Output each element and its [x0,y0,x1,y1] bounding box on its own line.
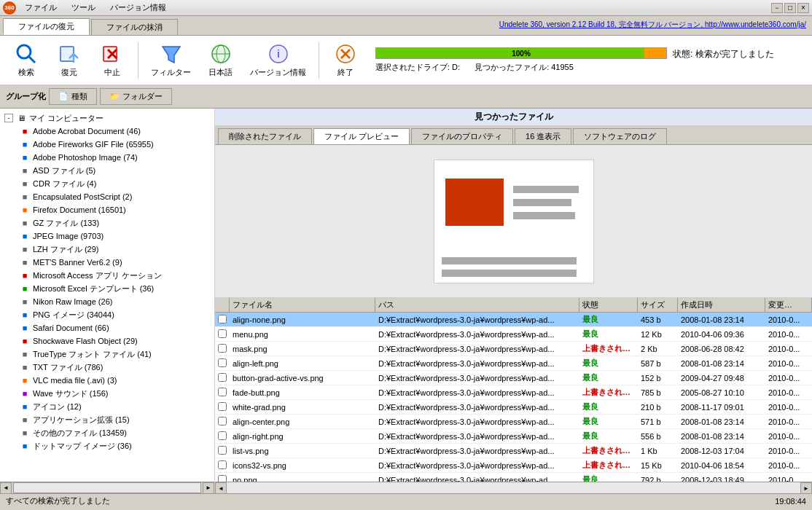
table-row[interactable]: align-center.png D:¥Extract¥wordpress-3.… [215,415,812,429]
list-item[interactable]: ■ Wave サウンド (156) [17,387,211,400]
list-item[interactable]: ■ Adobe Acrobat Document (46) [17,125,211,138]
table-row[interactable]: align-right.png D:¥Extract¥wordpress-3.0… [215,429,812,444]
menu-file[interactable]: ファイル [17,1,64,15]
group-type-button[interactable]: 📄 種類 [49,88,97,105]
version-button[interactable]: i バージョン情報 [243,39,313,82]
row-check[interactable] [215,459,230,472]
file-list-body[interactable]: align-none.png D:¥Extract¥wordpress-3.0-… [215,313,812,482]
minimize-button[interactable]: － [771,3,783,13]
tab-hex-view[interactable]: 16 進表示 [515,128,571,144]
exit-button[interactable]: 終了 [325,39,365,82]
list-item[interactable]: ■ Firefox Document (16501) [17,203,211,216]
col-header-size[interactable]: サイズ [638,298,678,312]
list-item[interactable]: ■ Microsoft Access アプリ ケーション [17,269,211,282]
stop-button[interactable]: 中止 [92,39,132,82]
list-item[interactable]: ■ その他のファイル (13459) [17,426,211,439]
left-panel-hscroll[interactable]: ◄ ► [0,482,214,493]
tree-root[interactable]: - 🖥 マイ コンピューター [3,111,211,125]
left-panel: - 🖥 マイ コンピューター ■ Adobe Acrobat Document … [0,109,215,493]
row-status: 最良 [579,415,638,428]
list-item[interactable]: ■ Safari Document (66) [17,321,211,334]
list-item[interactable]: ■ PNG イメージ (34044) [17,308,211,321]
row-check[interactable] [215,342,230,356]
row-modified: 2010-0... [765,358,812,369]
col-header-path[interactable]: パス [375,298,579,312]
menu-tools[interactable]: ツール [64,1,103,15]
list-item[interactable]: ■ ドットマップ イメージ (36) [17,439,211,452]
filter-button[interactable]: フィルター [144,39,198,82]
row-check[interactable] [215,372,230,385]
language-button[interactable]: 日本語 [200,39,241,82]
table-row[interactable]: fade-butt.png D:¥Extract¥wordpress-3.0-j… [215,385,812,400]
file-hscroll-left[interactable]: ◄ [215,482,227,493]
col-header-status[interactable]: 状態 [579,298,638,312]
list-item[interactable]: ■ アイコン (12) [17,400,211,413]
hscroll-right-arrow[interactable]: ► [203,482,214,494]
tab-software-log[interactable]: ソフトウェアのログ [573,128,667,144]
hscroll-track[interactable] [13,482,201,493]
row-check[interactable] [215,313,230,326]
table-row[interactable]: white-grad.png D:¥Extract¥wordpress-3.0-… [215,400,812,415]
table-row[interactable]: align-left.png D:¥Extract¥wordpress-3.0-… [215,356,812,371]
list-item[interactable]: ■ CDR ファイル (4) [17,177,211,190]
row-check[interactable] [215,386,230,399]
row-filename: white-grad.png [230,401,375,413]
type-icon: 📄 [58,92,69,101]
list-item[interactable]: ■ アプリケーション拡張 (15) [17,413,211,426]
list-item[interactable]: ■ VLC media file (.avi) (3) [17,374,211,387]
table-row[interactable]: list-vs.png D:¥Extract¥wordpress-3.0-ja¥… [215,444,812,458]
list-item[interactable]: ■ JPEG Image (9703) [17,230,211,243]
row-check[interactable] [215,474,230,482]
row-check[interactable] [215,401,230,414]
table-row[interactable]: mask.png D:¥Extract¥wordpress-3.0-ja¥wor… [215,342,812,356]
list-item[interactable]: ■ Adobe Photoshop Image (74) [17,151,211,164]
list-item[interactable]: ■ GZ ファイル (133) [17,216,211,230]
filter-icon [160,42,183,66]
table-row[interactable]: icons32-vs.png D:¥Extract¥wordpress-3.0-… [215,458,812,473]
row-filename: menu.png [230,329,375,340]
file-list-hscroll[interactable]: ◄ ► [215,482,812,493]
hscroll-left-arrow[interactable]: ◄ [0,482,12,494]
col-header-modified[interactable]: 変更… [765,298,812,312]
status-text: 状態: 検索が完了しました [673,48,774,60]
version-info-link[interactable]: Undelete 360, version 2.12 Build 18, 完全無… [499,20,806,30]
list-item[interactable]: ■ TrueType フォント ファイル (41) [17,348,211,361]
col-header-created[interactable]: 作成日時 [678,298,765,312]
list-item[interactable]: ■ Nikon Raw Image (26) [17,295,211,308]
row-check[interactable] [215,415,230,428]
row-filename: list-vs.png [230,445,375,457]
list-item-eps[interactable]: ■ Encapsulated PostScript (2) [17,190,211,203]
tab-file-preview[interactable]: ファイル プレビュー [313,128,410,144]
table-row[interactable]: button-grad-active-vs.png D:¥Extract¥wor… [215,371,812,385]
tab-wipe[interactable]: ファイルの抹消 [91,19,178,35]
restore-button[interactable]: 復元 [49,39,89,82]
tab-file-properties[interactable]: ファイルのプロパティ [411,128,513,144]
list-item[interactable]: ■ LZH ファイル (29) [17,243,211,256]
row-check[interactable] [215,357,230,370]
list-item[interactable]: ■ MET'S Banner Ver6.2 (9) [17,256,211,269]
row-check[interactable] [215,328,230,341]
list-item[interactable]: ■ Adobe Fireworks GIF File (65955) [17,138,211,151]
list-item[interactable]: ■ TXT ファイル (786) [17,361,211,374]
table-row[interactable]: no.png D:¥Extract¥wordpress-3.0-ja¥wordp… [215,473,812,482]
col-header-filename[interactable]: ファイル名 [230,298,375,312]
row-check[interactable] [215,444,230,458]
col-header-check[interactable] [215,298,230,312]
table-row[interactable]: menu.png D:¥Extract¥wordpress-3.0-ja¥wor… [215,327,812,342]
close-button[interactable]: × [797,3,809,13]
tab-restore[interactable]: ファイルの復元 [3,18,90,35]
search-button[interactable]: 検索 [6,39,46,82]
group-folder-button[interactable]: 📁 フォルダー [100,88,172,105]
list-item[interactable]: ■ ASD ファイル (5) [17,164,211,177]
table-row[interactable]: align-none.png D:¥Extract¥wordpress-3.0-… [215,313,812,327]
menu-version[interactable]: バージョン情報 [103,1,173,15]
maximize-button[interactable]: □ [784,3,796,13]
file-tree[interactable]: - 🖥 マイ コンピューター ■ Adobe Acrobat Document … [0,109,214,482]
list-item[interactable]: ■ Shockwave Flash Object (29) [17,334,211,348]
tab-deleted-files[interactable]: 削除されたファイル [218,128,312,144]
tree-expand-root[interactable]: - [4,114,13,122]
file-hscroll-right[interactable]: ► [800,482,812,493]
row-check[interactable] [215,430,230,443]
title-bar: 360 ファイル ツール バージョン情報 － □ × [0,0,812,16]
list-item[interactable]: ■ Microsoft Excel テンプレート (36) [17,282,211,295]
